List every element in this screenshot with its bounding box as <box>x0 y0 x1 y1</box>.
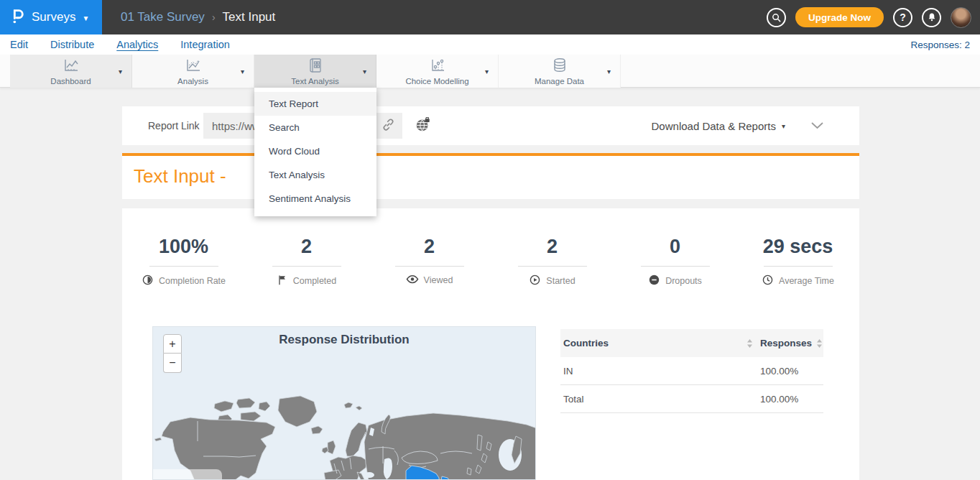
brand-caret-icon: ▼ <box>82 14 89 22</box>
scatter-chart-icon <box>376 57 498 76</box>
download-group: Download Data & Reports ▾ <box>652 106 823 145</box>
questionpro-logo-icon <box>9 7 25 27</box>
upgrade-now-button[interactable]: Upgrade Now <box>795 7 884 27</box>
user-avatar[interactable] <box>951 7 971 28</box>
responses-cell: 100.00% <box>760 394 823 405</box>
stat-dropouts: 0 Dropouts <box>614 236 736 288</box>
page-title: Text Input - <box>134 165 226 188</box>
zoom-in-button[interactable]: + <box>163 334 182 354</box>
breadcrumb-survey-link[interactable]: 01 Take Survey <box>121 10 205 24</box>
minus-circle-icon <box>648 274 660 288</box>
world-map[interactable] <box>153 327 536 480</box>
response-distribution-map[interactable]: Response Distribution + − <box>152 326 536 480</box>
text-report-icon <box>254 57 376 76</box>
breadcrumb-separator: › <box>212 11 216 23</box>
text-analysis-menu: Text Report Search Word Cloud Text Analy… <box>254 88 376 216</box>
link-icon[interactable] <box>382 118 395 134</box>
column-responses[interactable]: Responses <box>760 338 823 349</box>
trend-chart-icon <box>132 57 254 76</box>
flag-icon <box>277 274 288 288</box>
country-cell: Total <box>560 394 760 405</box>
globe-lock-icon[interactable] <box>415 117 430 136</box>
play-icon <box>529 274 541 288</box>
database-icon <box>499 57 620 76</box>
map-attribution <box>153 469 222 479</box>
table-header: Countries Responses <box>560 329 823 357</box>
bell-icon[interactable] <box>922 8 941 27</box>
help-icon[interactable]: ? <box>893 8 912 27</box>
header-actions: Upgrade Now ? <box>767 0 971 34</box>
chevron-down-icon: ▾ <box>241 68 244 75</box>
survey-nav: Edit Distribute Analytics Integration Re… <box>0 34 980 55</box>
search-icon[interactable] <box>767 8 786 27</box>
chevron-down-icon: ▾ <box>485 68 489 75</box>
stats-row: 100% Completion Rate 2 Completed 2 <box>122 236 859 288</box>
stat-started: 2 Started <box>491 236 614 288</box>
menu-item-sentiment-analysis[interactable]: Sentiment Analysis <box>254 187 376 211</box>
tab-analysis[interactable]: Analysis ▾ <box>132 55 254 88</box>
product-name: Surveys <box>32 10 75 24</box>
country-cell: IN <box>560 366 760 377</box>
column-countries[interactable]: Countries <box>560 338 760 349</box>
contrast-icon <box>142 274 154 288</box>
question-title-card: Text Input - <box>122 156 859 199</box>
responses-cell: 100.00% <box>760 366 823 377</box>
sort-icon[interactable] <box>746 339 753 348</box>
table-row-total: Total 100.00% <box>560 385 823 413</box>
chevron-down-icon: ▾ <box>119 68 122 75</box>
stat-completion-rate: 100% Completion Rate <box>122 236 245 288</box>
chevron-down-icon: ▾ <box>607 68 611 75</box>
map-zoom-control: + − <box>163 334 182 373</box>
table-row: IN 100.00% <box>560 357 823 385</box>
menu-item-text-report[interactable]: Text Report <box>254 92 376 116</box>
stat-average-time: 29 secs Average Time <box>736 236 859 288</box>
menu-item-text-analysis[interactable]: Text Analysis <box>254 163 376 187</box>
chevron-down-icon: ▾ <box>363 68 366 75</box>
line-chart-icon <box>10 57 131 76</box>
breadcrumb-current: Text Input <box>223 10 276 24</box>
clock-icon <box>762 274 774 288</box>
dashboard-card: 100% Completion Rate 2 Completed 2 <box>122 208 859 480</box>
download-data-reports-button[interactable]: Download Data & Reports <box>652 120 776 132</box>
eye-icon <box>406 274 419 287</box>
breadcrumb: 01 Take Survey › Text Input <box>121 10 275 24</box>
analytics-toolbar: Dashboard ▾ Analysis ▾ Text Analysis ▾ C… <box>0 55 980 88</box>
tab-choice-modelling[interactable]: Choice Modelling ▾ <box>376 55 499 88</box>
nav-analytics[interactable]: Analytics <box>116 39 158 50</box>
responses-count: Responses: 2 <box>910 40 970 50</box>
caret-down-icon[interactable]: ▾ <box>782 122 785 130</box>
tab-dashboard[interactable]: Dashboard ▾ <box>10 55 132 88</box>
top-header: Surveys ▼ 01 Take Survey › Text Input Up… <box>0 0 980 34</box>
nav-distribute[interactable]: Distribute <box>50 39 94 50</box>
menu-item-search[interactable]: Search <box>254 116 376 139</box>
report-link-bar: Report Link https://ww Download Data & R… <box>122 106 859 145</box>
stat-viewed: 2 Viewed <box>368 236 491 288</box>
zoom-out-button[interactable]: − <box>163 354 182 373</box>
nav-integration[interactable]: Integration <box>180 39 230 50</box>
collapse-chevron-icon[interactable] <box>811 122 823 129</box>
stat-completed: 2 Completed <box>245 236 368 288</box>
nav-edit[interactable]: Edit <box>10 39 28 50</box>
tab-manage-data[interactable]: Manage Data ▾ <box>499 55 621 88</box>
app-window: Surveys ▼ 01 Take Survey › Text Input Up… <box>0 0 980 480</box>
map-title: Response Distribution <box>153 333 535 347</box>
brand-menu[interactable]: Surveys ▼ <box>0 0 102 34</box>
menu-item-word-cloud[interactable]: Word Cloud <box>254 139 376 163</box>
report-link-label: Report Link <box>148 120 200 131</box>
tab-text-analysis[interactable]: Text Analysis ▾ <box>254 55 376 88</box>
countries-table: Countries Responses IN 100.00% Total <box>560 329 823 413</box>
sort-icon[interactable] <box>816 339 823 348</box>
